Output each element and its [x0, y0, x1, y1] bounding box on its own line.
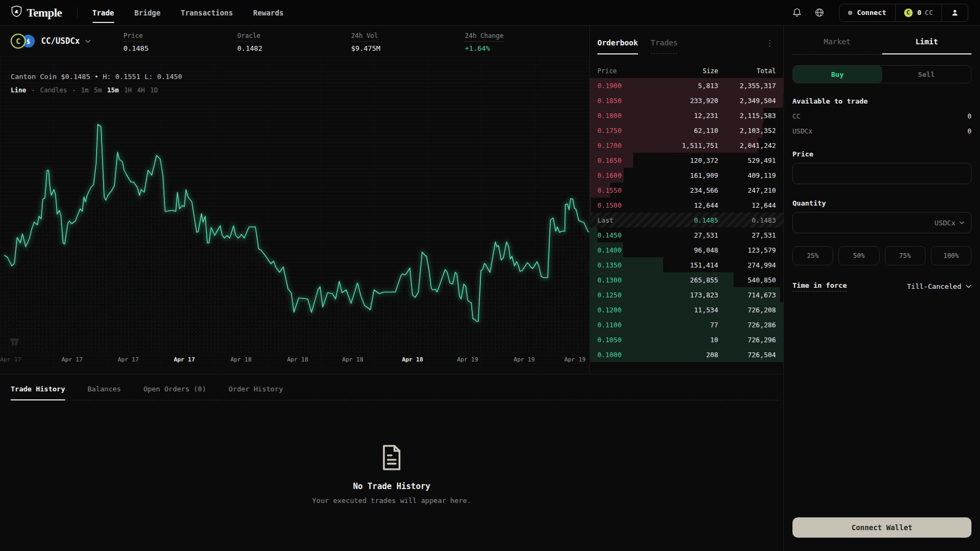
orderbook-ask-row[interactable]: 0.175062,1102,103,352	[590, 123, 783, 138]
notifications-bell-icon[interactable]	[792, 7, 803, 18]
nav-item-transactions[interactable]: Transactions	[181, 0, 233, 26]
order-total: 2,103,352	[718, 127, 776, 135]
order-total: 726,296	[718, 336, 776, 344]
order-size: 77	[643, 321, 718, 329]
order-price: 0.1650	[597, 156, 643, 164]
orderbook-bid-row[interactable]: 0.1300265,855540,850	[590, 272, 783, 287]
orderbook-bid-row[interactable]: 0.105010726,296	[590, 332, 783, 347]
order-size: 12,231	[643, 112, 718, 120]
history-tab-balances[interactable]: Balances	[88, 385, 121, 393]
timeframe-4h[interactable]: 4H	[137, 86, 145, 94]
chart-mode-candles[interactable]: Candles	[40, 86, 67, 94]
order-price: 0.1100	[597, 321, 643, 329]
price-chart[interactable]: Canton Coin $0.1485 • H: 0.1551 L: 0.145…	[0, 57, 589, 374]
orderbook-ask-row[interactable]: 0.1650120,372529,491	[590, 153, 783, 168]
quantity-input[interactable]	[793, 212, 935, 233]
order-price: 0.1850	[597, 97, 643, 105]
history-tab-order-history[interactable]: Order History	[229, 385, 283, 393]
empty-subtitle: Your executed trades will appear here.	[312, 497, 471, 505]
tab-limit[interactable]: Limit	[882, 37, 972, 54]
order-price: 0.1350	[597, 261, 643, 269]
connect-button[interactable]: Connect	[839, 4, 895, 21]
canton-coin-icon: C	[904, 9, 913, 17]
tab-market[interactable]: Market	[792, 37, 882, 54]
order-total: 726,286	[718, 321, 776, 329]
orderbook-ask-row[interactable]: 0.150012,64412,644	[590, 198, 783, 212]
orderbook-ask-row[interactable]: 0.17001,511,7512,041,242	[590, 138, 783, 153]
order-price: 0.1250	[597, 291, 643, 299]
tradingview-logo-icon[interactable]	[10, 338, 24, 348]
side-tab-sell[interactable]: Sell	[882, 66, 971, 83]
quantity-unit-dropdown[interactable]: USDCx	[935, 219, 971, 227]
order-total: 123,579	[718, 246, 776, 254]
time-in-force-row: Time in force Till-Canceled	[792, 281, 971, 292]
x-axis-label: Apr 18	[337, 356, 369, 363]
history-tab-open-orders-0[interactable]: Open Orders (0)	[143, 385, 206, 393]
orderbook-ask-row[interactable]: 0.1850233,9202,349,504	[590, 93, 783, 108]
main-area: C $ CC/USDCx Price0.1485Oracle0.148224h …	[0, 26, 980, 551]
orderbook-bid-row[interactable]: 0.1350151,414274,994	[590, 257, 783, 272]
chart-mode-line[interactable]: Line	[11, 86, 26, 94]
timeframe-15m[interactable]: 15m	[107, 86, 119, 94]
order-size: 120,372	[643, 156, 718, 164]
empty-title: No Trade History	[353, 482, 431, 491]
orderbook-bid-row[interactable]: 0.140096,048123,579	[590, 242, 783, 257]
orderbook-panel: OrderbookTrades⋮ Price Size Total 0.1900…	[590, 26, 783, 374]
order-type-tabs: MarketLimit	[792, 37, 971, 54]
language-globe-icon[interactable]	[814, 7, 825, 18]
side-tab-buy[interactable]: Buy	[793, 66, 882, 83]
nav-item-trade[interactable]: Trade	[92, 0, 114, 26]
more-options-icon[interactable]: ⋮	[764, 38, 776, 48]
orderbook-tab-orderbook[interactable]: Orderbook	[597, 38, 638, 54]
shield-logo-icon	[11, 5, 22, 20]
chart-x-axis: Apr 17Apr 17Apr 17Apr 17Apr 18Apr 18Apr …	[0, 356, 590, 367]
timeframe-5m[interactable]: 5m	[94, 86, 102, 94]
orderbook-ask-row[interactable]: 0.19005,8132,355,317	[590, 78, 783, 93]
pair-selector[interactable]: C $ CC/USDCx	[11, 34, 123, 49]
chart-area-fill	[4, 124, 589, 352]
price-field	[792, 163, 971, 184]
connect-wallet-button[interactable]: Connect Wallet	[792, 517, 971, 538]
orderbook-tab-trades[interactable]: Trades	[651, 38, 678, 54]
orderbook-bid-row[interactable]: 0.1000208726,504	[590, 347, 783, 362]
separator-dot: •	[32, 88, 35, 93]
time-in-force-dropdown[interactable]: Till-Canceled	[907, 282, 971, 290]
order-total: 247,210	[718, 186, 776, 194]
balance-unit: CC	[924, 9, 933, 17]
balance-chip[interactable]: C 0 CC	[895, 4, 942, 21]
orderbook-bid-row[interactable]: 0.1250173,823714,673	[590, 287, 783, 302]
order-total: 409,119	[718, 171, 776, 179]
order-size: 233,920	[643, 97, 718, 105]
percent-button-100[interactable]: 100%	[931, 246, 971, 265]
orderbook-bid-row[interactable]: 0.145027,53127,531	[590, 227, 783, 242]
nav-item-rewards[interactable]: Rewards	[253, 0, 284, 26]
order-total: 2,355,317	[718, 82, 776, 90]
timeframe-1h[interactable]: 1H	[124, 86, 131, 94]
pair-stats: Price0.1485Oracle0.148224h Vol$9.475M24h…	[123, 30, 579, 52]
last-price-row: Last 0.1485 0.1483	[590, 212, 783, 227]
order-size: 234,566	[643, 186, 718, 194]
orderbook-ask-row[interactable]: 0.1550234,566247,210	[590, 183, 783, 198]
percent-button-25[interactable]: 25%	[792, 246, 833, 265]
quantity-unit: USDCx	[935, 219, 955, 227]
order-total: 2,041,242	[718, 141, 776, 149]
percent-button-75[interactable]: 75%	[885, 246, 925, 265]
order-price: 0.1800	[597, 112, 643, 120]
nav-item-bridge[interactable]: Bridge	[135, 0, 161, 26]
orderbook-ask-row[interactable]: 0.1600161,909409,119	[590, 168, 783, 183]
available-to-trade-label: Available to trade	[792, 97, 971, 105]
order-total: 540,850	[718, 276, 776, 284]
timeframe-1m[interactable]: 1m	[81, 86, 89, 94]
separator-dot: •	[73, 88, 76, 93]
document-icon	[380, 444, 403, 471]
percent-button-50[interactable]: 50%	[838, 246, 879, 265]
profile-button[interactable]	[942, 4, 968, 21]
history-tab-trade-history[interactable]: Trade History	[11, 385, 65, 393]
brand-logo[interactable]: Temple	[11, 5, 62, 20]
order-total: 274,994	[718, 261, 776, 269]
orderbook-bid-row[interactable]: 0.110077726,286	[590, 317, 783, 332]
orderbook-bid-row[interactable]: 0.120011,534726,208	[590, 302, 783, 317]
price-input[interactable]	[793, 163, 971, 184]
orderbook-ask-row[interactable]: 0.180012,2312,115,583	[590, 108, 783, 123]
timeframe-1d[interactable]: 1D	[150, 86, 158, 94]
